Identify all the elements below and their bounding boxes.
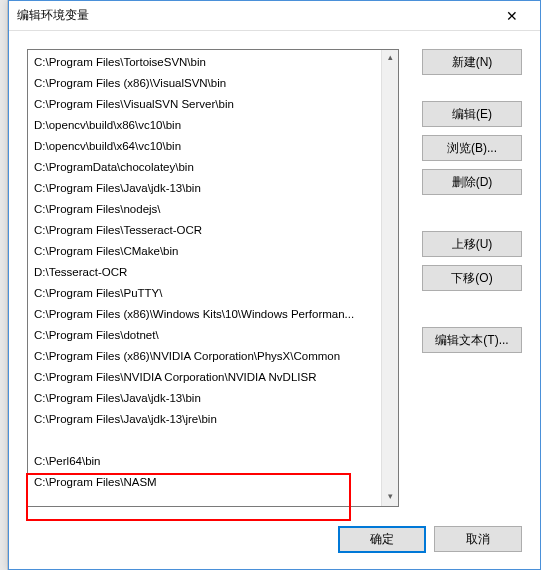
list-item[interactable]: C:\Program Files (x86)\NVIDIA Corporatio… [28,346,383,367]
ok-button[interactable]: 确定 [338,526,426,553]
list-item[interactable]: C:\Program Files\PuTTY\ [28,283,383,304]
side-button-panel: 新建(N) 编辑(E) 浏览(B)... 删除(D) 上移(U) 下移(O) 编… [422,49,522,361]
list-item[interactable]: C:\Program Files\Java\jdk-13\bin [28,388,383,409]
list-item[interactable]: C:\Program Files (x86)\Windows Kits\10\W… [28,304,383,325]
list-item[interactable]: C:\Program Files\Java\jdk-13\jre\bin [28,409,383,430]
delete-button[interactable]: 删除(D) [422,169,522,195]
scrollbar[interactable]: ▴ ▾ [381,50,398,506]
close-icon: ✕ [506,8,518,24]
list-item[interactable]: C:\Program Files\nodejs\ [28,199,383,220]
dialog-content: C:\Program Files\TortoiseSVN\bin C:\Prog… [9,31,540,569]
list-item[interactable]: C:\Program Files\dotnet\ [28,325,383,346]
list-item[interactable]: C:\Program Files\CMake\bin [28,241,383,262]
list-item[interactable]: C:\Program Files\Java\jdk-13\bin [28,178,383,199]
cancel-button[interactable]: 取消 [434,526,522,552]
scroll-up-arrow[interactable]: ▴ [382,50,399,67]
move-down-button[interactable]: 下移(O) [422,265,522,291]
list-item[interactable]: C:\Program Files (x86)\VisualSVN\bin [28,73,383,94]
list-items-container: C:\Program Files\TortoiseSVN\bin C:\Prog… [28,50,383,495]
move-up-button[interactable]: 上移(U) [422,231,522,257]
edit-text-button[interactable]: 编辑文本(T)... [422,327,522,353]
list-item[interactable]: C:\Program Files\NVIDIA Corporation\NVID… [28,367,383,388]
list-item[interactable]: C:\Program Files\TortoiseSVN\bin [28,52,383,73]
list-item[interactable]: C:\ProgramData\chocolatey\bin [28,157,383,178]
list-item[interactable]: D:\opencv\build\x64\vc10\bin [28,136,383,157]
list-item[interactable]: C:\Perl64\bin [28,451,383,472]
new-button[interactable]: 新建(N) [422,49,522,75]
chevron-down-icon: ▾ [388,491,393,501]
titlebar: 编辑环境变量 ✕ [9,1,540,31]
list-item[interactable]: D:\opencv\build\x86\vc10\bin [28,115,383,136]
list-item[interactable]: C:\Program Files\NASM [28,472,383,493]
close-button[interactable]: ✕ [492,2,532,30]
dialog-window: 编辑环境变量 ✕ C:\Program Files\TortoiseSVN\bi… [8,0,541,570]
scroll-down-arrow[interactable]: ▾ [382,489,399,506]
path-listbox[interactable]: C:\Program Files\TortoiseSVN\bin C:\Prog… [27,49,399,507]
background-strip [0,0,8,570]
list-item[interactable]: C:\Program Files\Tesseract-OCR [28,220,383,241]
window-title: 编辑环境变量 [17,7,89,24]
list-item[interactable] [28,430,383,451]
edit-button[interactable]: 编辑(E) [422,101,522,127]
browse-button[interactable]: 浏览(B)... [422,135,522,161]
list-item[interactable]: C:\Program Files\VisualSVN Server\bin [28,94,383,115]
chevron-up-icon: ▴ [388,52,393,62]
bottom-button-panel: 确定 取消 [338,526,522,553]
list-item[interactable]: D:\Tesseract-OCR [28,262,383,283]
